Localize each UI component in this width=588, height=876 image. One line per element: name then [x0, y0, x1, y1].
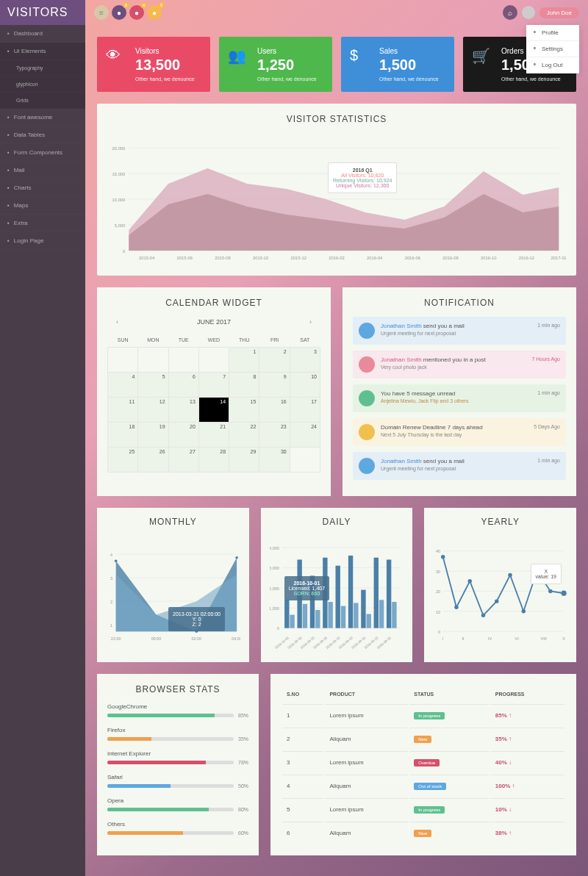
- cal-day[interactable]: 22: [229, 423, 259, 448]
- cal-day[interactable]: 7: [198, 373, 229, 398]
- nav-item-form-components[interactable]: ▪Form Components: [0, 144, 85, 162]
- cal-day[interactable]: 17: [290, 398, 320, 423]
- dropdown-settings[interactable]: ⚬Settings: [526, 41, 579, 57]
- svg-point-90: [522, 609, 526, 613]
- cal-day[interactable]: 2: [259, 348, 290, 373]
- cal-day[interactable]: 12: [138, 398, 168, 423]
- svg-text:3: 3: [110, 576, 112, 581]
- cal-day[interactable]: 29: [229, 448, 259, 473]
- cal-day[interactable]: 5: [138, 373, 168, 398]
- svg-point-89: [509, 573, 512, 577]
- cal-day[interactable]: 9: [259, 373, 290, 398]
- cal-day[interactable]: [168, 348, 198, 373]
- cart-icon: 🛒: [472, 47, 494, 65]
- svg-rect-48: [290, 615, 294, 628]
- username-button[interactable]: John Doe: [539, 7, 579, 18]
- cal-day[interactable]: 20: [168, 423, 198, 448]
- cal-day[interactable]: 3: [290, 348, 320, 373]
- nav-item-dashboard[interactable]: ▪Dashboard: [0, 25, 85, 43]
- cal-day[interactable]: 18: [108, 423, 138, 448]
- nav-item-data-tables[interactable]: ▪Data Tables: [0, 126, 85, 144]
- table-row: 5Lorem ipsumIn progress10% ↓: [282, 798, 564, 820]
- notification-item[interactable]: Jonathan Smith mentioned you in a postVe…: [353, 351, 566, 378]
- nav-sub-glyphicon[interactable]: glyphicon: [0, 76, 85, 93]
- hamburger-icon[interactable]: ≡: [94, 5, 109, 20]
- cal-day[interactable]: 6: [168, 373, 198, 398]
- cal-day[interactable]: 27: [168, 448, 198, 473]
- nav-item-login-page[interactable]: ▪Login Page: [0, 232, 85, 250]
- svg-point-85: [455, 606, 459, 609]
- cal-day[interactable]: 19: [138, 423, 168, 448]
- cal-day[interactable]: 15: [229, 398, 259, 423]
- cal-day[interactable]: 10: [290, 373, 320, 398]
- user-dropdown: ⚬Profile⚬Settings⚬Log Out: [526, 25, 579, 73]
- nav-item-mail[interactable]: ▪Mail: [0, 162, 85, 179]
- nav-item-extra[interactable]: ▪Extra: [0, 215, 85, 232]
- browser-row: Opera80%: [107, 797, 248, 812]
- cal-day[interactable]: 23: [259, 423, 290, 448]
- svg-text:2,000: 2,000: [270, 586, 279, 591]
- svg-text:00:00: 00:00: [151, 636, 162, 641]
- daily-tooltip: 2016-10-01 Licensed: 1,407 SORN: 660: [284, 576, 329, 600]
- menu-icon[interactable]: ●8: [112, 5, 126, 20]
- notification-item[interactable]: Jonathan Smith send you a mailUrgent mee…: [353, 452, 566, 480]
- search-icon[interactable]: ⌕: [503, 5, 517, 20]
- stat-card-sales[interactable]: $Sales1,500Other hand, we denounce: [341, 37, 454, 92]
- svg-text:2015-08: 2015-08: [215, 256, 231, 260]
- svg-rect-57: [348, 556, 353, 628]
- nav-item-ui-elements[interactable]: ▪UI Elements: [0, 43, 85, 60]
- cal-next-icon[interactable]: ›: [305, 317, 316, 327]
- svg-text:30: 30: [436, 570, 440, 574]
- mail-icon: ▪: [7, 167, 10, 173]
- svg-text:04:00: 04:00: [232, 636, 240, 641]
- users-icon: 👥: [228, 47, 250, 65]
- cal-day[interactable]: 14: [198, 398, 229, 423]
- nav-item-maps[interactable]: ▪Maps: [0, 197, 85, 215]
- cal-day[interactable]: 24: [290, 423, 320, 448]
- cal-day[interactable]: 1: [229, 348, 259, 373]
- cal-day[interactable]: 21: [198, 423, 229, 448]
- cal-day[interactable]: 13: [168, 398, 198, 423]
- svg-text:2015-06: 2015-06: [177, 256, 193, 260]
- chart-tooltip: 2016 Q1 All Visitors: 10,820Returning Vi…: [328, 162, 397, 193]
- cal-prev-icon[interactable]: ‹: [112, 317, 123, 327]
- cal-day[interactable]: 28: [198, 448, 229, 473]
- avatar[interactable]: [522, 6, 535, 19]
- topbar: ≡ ●8●4●5 ⌕ John Doe ⚬Profile⚬Settings⚬Lo…: [85, 0, 588, 25]
- nav-item-charts[interactable]: ▪Charts: [0, 179, 85, 197]
- cal-day[interactable]: [290, 448, 320, 473]
- cal-day[interactable]: 25: [108, 448, 138, 473]
- cal-day[interactable]: [108, 348, 138, 373]
- panel-title: VISITOR STATISTICS: [107, 114, 566, 124]
- svg-point-26: [115, 560, 118, 563]
- cal-day[interactable]: 11: [108, 398, 138, 423]
- nav-item-font-awesome[interactable]: ▪Font awesome: [0, 109, 85, 126]
- notification-item[interactable]: Jonathan Smith send you a mailUrgent mee…: [353, 317, 566, 345]
- dropdown-icon: ⚬: [532, 46, 537, 52]
- nav-sub-grids[interactable]: Grids: [0, 93, 85, 109]
- cal-day[interactable]: 30: [259, 448, 290, 473]
- cal-day[interactable]: [198, 348, 229, 373]
- svg-rect-62: [379, 600, 384, 628]
- cal-day[interactable]: 26: [138, 448, 168, 473]
- cal-day[interactable]: [138, 348, 168, 373]
- table-row: 1Lorem ipsumIn progress85% ↑: [282, 704, 564, 726]
- cal-day[interactable]: 16: [259, 398, 290, 423]
- dropdown-log-out[interactable]: ⚬Log Out: [526, 57, 579, 73]
- svg-text:5,000: 5,000: [115, 223, 126, 228]
- svg-rect-59: [361, 590, 365, 628]
- mail-icon[interactable]: ●4: [129, 5, 144, 20]
- bell-icon[interactable]: ●5: [147, 5, 162, 20]
- nav-sub-typography[interactable]: Typography: [0, 60, 85, 76]
- notification-item[interactable]: Domain Renew Deadline 7 days aheadNext 5…: [353, 418, 566, 446]
- stat-card-visitors[interactable]: 👁Visitors13,500Other hand, we denounce: [97, 37, 210, 92]
- svg-text:2016-04: 2016-04: [367, 256, 383, 260]
- notification-item[interactable]: You have 5 message unreadAnjelina Mewlo,…: [353, 384, 566, 412]
- dropdown-profile[interactable]: ⚬Profile: [526, 25, 579, 41]
- calendar-title: CALENDAR WIDGET: [107, 298, 320, 308]
- cal-day[interactable]: 8: [229, 373, 259, 398]
- svg-point-27: [235, 556, 238, 559]
- cal-day[interactable]: 4: [108, 373, 138, 398]
- svg-rect-52: [315, 610, 320, 628]
- stat-card-users[interactable]: 👥Users1,250Other hand, we denounce: [219, 37, 332, 92]
